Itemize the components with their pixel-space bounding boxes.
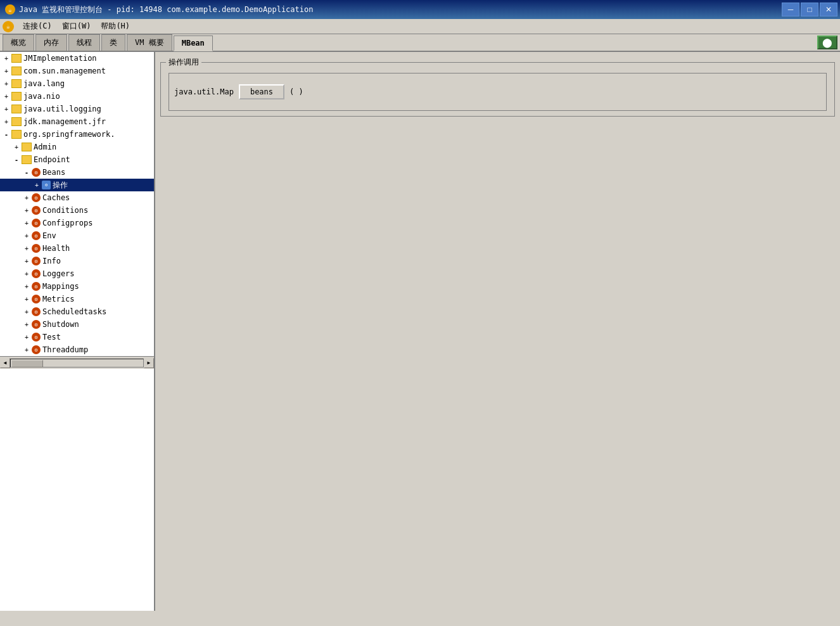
- close-button[interactable]: ✕: [820, 3, 837, 16]
- label-caches: Caches: [42, 193, 70, 202]
- expand-conditions[interactable]: +: [22, 205, 32, 215]
- expand-mappings[interactable]: +: [22, 281, 32, 291]
- bean-icon-shutdown: ⚙: [32, 320, 41, 329]
- label-beans-ops: 操作: [53, 180, 68, 191]
- expand-beans[interactable]: -: [22, 167, 32, 177]
- menu-help[interactable]: 帮助(H): [96, 20, 135, 33]
- menu-connect[interactable]: 连接(C): [18, 20, 57, 33]
- tree-node-shutdown[interactable]: + ⚙ Shutdown: [0, 318, 154, 331]
- tree-node-com-sun[interactable]: + com.sun.management: [0, 65, 154, 77]
- expand-health[interactable]: +: [22, 243, 32, 253]
- horizontal-scrollbar[interactable]: [10, 359, 144, 367]
- tree-node-jmimpl[interactable]: + JMImplementation: [0, 52, 154, 65]
- label-conditions: Conditions: [42, 206, 88, 215]
- expand-jmimpl[interactable]: +: [1, 53, 11, 63]
- label-mappings: Mappings: [42, 282, 79, 291]
- app-icon: ☕: [5, 4, 15, 15]
- bean-icon-health: ⚙: [32, 244, 41, 253]
- expand-configprops[interactable]: +: [22, 218, 32, 228]
- expand-info[interactable]: +: [22, 256, 32, 266]
- tab-overview[interactable]: 概览: [3, 34, 34, 51]
- label-test: Test: [42, 333, 61, 342]
- expand-test[interactable]: +: [22, 332, 32, 342]
- expand-jdk-jfr[interactable]: +: [1, 117, 11, 127]
- tree-node-jdk-jfr[interactable]: + jdk.management.jfr: [0, 115, 154, 128]
- folder-icon-java-util-log: [11, 105, 22, 113]
- tree-node-beans[interactable]: - ⚙ Beans: [0, 166, 154, 179]
- tree-node-threaddump[interactable]: + ⚙ Threaddump: [0, 343, 154, 356]
- operation-parens: ( ): [290, 87, 303, 96]
- label-configprops: Configprops: [42, 219, 92, 227]
- bean-icon-env: ⚙: [32, 231, 41, 240]
- folder-icon-java-nio: [11, 92, 22, 101]
- tree-node-caches[interactable]: + ⚙ Caches: [0, 191, 154, 204]
- tree-node-scheduledtasks[interactable]: + ⚙ Scheduledtasks: [0, 305, 154, 318]
- operation-invoke-title: 操作调用: [166, 57, 201, 68]
- folder-icon-org-spring: [11, 130, 22, 139]
- tree-node-test[interactable]: + ⚙ Test: [0, 331, 154, 343]
- folder-icon-jdk-jfr: [11, 117, 22, 126]
- scroll-left-arrow[interactable]: ◀: [0, 358, 10, 368]
- tab-memory[interactable]: 内存: [35, 34, 67, 51]
- tree-node-java-lang[interactable]: + java.lang: [0, 77, 154, 90]
- tree-node-metrics[interactable]: + ⚙ Metrics: [0, 293, 154, 305]
- expand-admin[interactable]: +: [11, 142, 22, 152]
- label-loggers: Loggers: [42, 269, 75, 278]
- tree-node-org-spring[interactable]: - org.springframework.: [0, 128, 154, 141]
- operation-return-type: java.util.Map: [174, 87, 234, 96]
- label-jdk-jfr: jdk.management.jfr: [23, 117, 106, 126]
- expand-threaddump[interactable]: +: [22, 345, 32, 355]
- tree-node-env[interactable]: + ⚙ Env: [0, 229, 154, 242]
- label-info: Info: [42, 257, 61, 265]
- tab-classes[interactable]: 类: [101, 34, 125, 51]
- label-health: Health: [42, 244, 70, 253]
- tree-node-health[interactable]: + ⚙ Health: [0, 242, 154, 255]
- scrollbar-thumb[interactable]: [11, 360, 43, 367]
- expand-java-util-log[interactable]: +: [1, 104, 11, 114]
- tree-node-configprops[interactable]: + ⚙ Configprops: [0, 217, 154, 229]
- tab-mbean[interactable]: MBean: [174, 35, 213, 51]
- expand-loggers[interactable]: +: [22, 269, 32, 279]
- tab-bar: 概览 内存 线程 类 VM 概要 MBean ⬤: [0, 34, 840, 52]
- expand-com-sun[interactable]: +: [1, 66, 11, 76]
- expand-caches[interactable]: +: [22, 193, 32, 203]
- folder-icon-endpoint: [22, 155, 32, 164]
- beans-operation-button[interactable]: beans: [239, 84, 284, 99]
- mbean-plugin-icon: ⬤: [817, 35, 837, 49]
- tree-node-endpoint[interactable]: - Endpoint: [0, 153, 154, 166]
- tree-node-mappings[interactable]: + ⚙ Mappings: [0, 280, 154, 293]
- tree-node-java-nio[interactable]: + java.nio: [0, 90, 154, 103]
- scroll-right-arrow[interactable]: ▶: [144, 358, 154, 368]
- label-endpoint: Endpoint: [34, 155, 70, 164]
- label-org-spring: org.springframework.: [23, 130, 115, 139]
- tree-node-beans-ops[interactable]: + ⚙ 操作: [0, 179, 154, 191]
- expand-metrics[interactable]: +: [22, 294, 32, 304]
- tab-vm-summary[interactable]: VM 概要: [127, 34, 172, 51]
- menu-window[interactable]: 窗口(W): [57, 20, 96, 33]
- bean-icon-caches: ⚙: [32, 193, 41, 202]
- tree-node-admin[interactable]: + Admin: [0, 141, 154, 153]
- tree-node-java-util-log[interactable]: + java.util.logging: [0, 103, 154, 115]
- tree-node-info[interactable]: + ⚙ Info: [0, 255, 154, 267]
- label-shutdown: Shutdown: [42, 320, 79, 329]
- maximize-button[interactable]: □: [801, 3, 818, 16]
- expand-endpoint[interactable]: -: [11, 155, 22, 165]
- expand-env[interactable]: +: [22, 231, 32, 241]
- folder-icon-java-lang: [11, 79, 22, 88]
- expand-shutdown[interactable]: +: [22, 319, 32, 329]
- expand-java-lang[interactable]: +: [1, 79, 11, 89]
- tree-node-loggers[interactable]: + ⚙ Loggers: [0, 267, 154, 280]
- label-scheduledtasks: Scheduledtasks: [42, 307, 106, 316]
- expand-scheduledtasks[interactable]: +: [22, 307, 32, 317]
- label-java-nio: java.nio: [23, 92, 60, 101]
- tab-threads[interactable]: 线程: [68, 34, 100, 51]
- folder-icon-com-sun: [11, 67, 22, 75]
- expand-org-spring[interactable]: -: [1, 129, 11, 139]
- expand-java-nio[interactable]: +: [1, 91, 11, 101]
- tree-node-conditions[interactable]: + ⚙ Conditions: [0, 204, 154, 217]
- bean-icon-threaddump: ⚙: [32, 345, 41, 354]
- label-threaddump: Threaddump: [42, 345, 88, 354]
- title-bar-left: ☕ Java 监视和管理控制台 - pid: 14948 com.example…: [5, 4, 313, 15]
- minimize-button[interactable]: ─: [782, 3, 799, 16]
- bean-icon-beans: ⚙: [32, 168, 41, 177]
